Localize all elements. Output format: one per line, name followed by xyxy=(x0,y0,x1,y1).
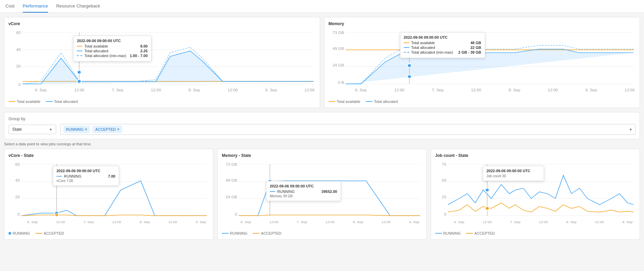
svg-text:0: 0 xyxy=(235,213,237,216)
jobcount-state-chart-card: Job count - State 75 50 25 0 6. Sep xyxy=(431,149,640,240)
svg-text:12:00: 12:00 xyxy=(548,88,558,92)
memory-chart-area[interactable]: 73 GB 49 GB 24 GB 0 B 6. Sep 12:00 7. Se… xyxy=(329,29,636,97)
svg-point-94 xyxy=(485,206,489,210)
svg-text:12:00: 12:00 xyxy=(326,220,335,224)
svg-point-38 xyxy=(407,48,412,52)
vcore-state-svg: 60 40 20 0 6. Sep 12:00 7. Sep 12:00 xyxy=(9,161,209,229)
svg-text:40: 40 xyxy=(15,178,20,182)
svg-text:6. Sep: 6. Sep xyxy=(35,88,47,92)
tag-accepted-close[interactable]: × xyxy=(117,127,119,132)
svg-text:6. Sep: 6. Sep xyxy=(27,220,38,224)
svg-text:12:00: 12:00 xyxy=(228,88,238,92)
svg-text:49 GB: 49 GB xyxy=(226,178,237,182)
vcore-chart-area[interactable]: 60 40 20 0 6. Sep 12:00 7. Sep 12:00 xyxy=(9,29,316,97)
vcore-state-chart-card: vCore - State 60 40 20 0 6. Sep xyxy=(4,149,213,240)
group-by-row: State ▼ RUNNING × ACCEPTED × ▼ xyxy=(9,124,635,135)
memory-state-legend: RUNNING ACCEPTED xyxy=(222,231,422,235)
svg-text:60: 60 xyxy=(16,31,20,35)
svg-text:6. Sep: 6. Sep xyxy=(355,88,366,92)
group-by-dropdown[interactable]: State ▼ xyxy=(9,125,56,134)
svg-text:12:00: 12:00 xyxy=(304,88,315,92)
memory-chart-card: Memory 73 GB 49 GB 24 GB 0 B 6. Sep xyxy=(324,17,640,108)
vcore-state-chart-area[interactable]: 60 40 20 0 6. Sep 12:00 7. Sep 12:00 xyxy=(9,161,209,229)
memory-legend-available: Total available xyxy=(329,100,361,104)
svg-text:7. Sep: 7. Sep xyxy=(297,220,307,224)
svg-text:8. Sep: 8. Sep xyxy=(139,220,150,224)
memory-state-legend-accepted: ACCEPTED xyxy=(253,231,281,235)
memory-chart-title: Memory xyxy=(329,21,636,26)
dropdown-arrow-icon: ▼ xyxy=(49,128,52,131)
tag-running-close[interactable]: × xyxy=(85,127,87,132)
vcore-state-chart-title: vCore - State xyxy=(9,153,209,158)
svg-point-41 xyxy=(407,75,411,78)
svg-point-19 xyxy=(77,70,81,74)
svg-text:7. Sep: 7. Sep xyxy=(83,220,94,224)
svg-text:73 GB: 73 GB xyxy=(332,31,344,35)
svg-text:6. Sep: 6. Sep xyxy=(241,220,251,224)
memory-state-chart-title: Memory - State xyxy=(222,153,422,158)
svg-point-40 xyxy=(407,64,411,68)
svg-text:24 GB: 24 GB xyxy=(226,195,237,199)
svg-text:9. Sep: 9. Sep xyxy=(265,88,277,92)
tag-accepted-label: ACCEPTED xyxy=(95,127,116,131)
tag-running: RUNNING × xyxy=(63,126,90,133)
memory-state-chart-card: Memory - State 73 GB 49 GB 24 GB 0 xyxy=(217,149,427,240)
memory-legend-allocated: Total allocated xyxy=(366,100,398,104)
vcore-state-legend-running: RUNNING xyxy=(9,231,30,235)
vcore-legend-available: Total available xyxy=(9,100,40,104)
memory-state-chart-area[interactable]: 73 GB 49 GB 24 GB 0 6. Sep 12:00 7. Sep … xyxy=(222,161,422,229)
svg-text:9. Sep: 9. Sep xyxy=(585,88,597,92)
svg-text:73 GB: 73 GB xyxy=(226,163,237,166)
tag-running-label: RUNNING xyxy=(66,127,83,131)
main-content: vCore 60 40 20 0 6. Sep 1 xyxy=(0,13,644,244)
vcore-chart-card: vCore 60 40 20 0 6. Sep 1 xyxy=(4,17,320,108)
jobcount-state-chart-title: Job count - State xyxy=(435,153,635,158)
svg-text:12:00: 12:00 xyxy=(269,220,279,224)
svg-point-59 xyxy=(55,214,58,217)
tags-input-area[interactable]: RUNNING × ACCEPTED × ▼ xyxy=(60,124,635,135)
group-by-card: Group by State ▼ RUNNING × ACCEPTED × ▼ xyxy=(4,112,640,139)
svg-text:9. Sep: 9. Sep xyxy=(409,220,419,224)
memory-state-svg: 73 GB 49 GB 24 GB 0 6. Sep 12:00 7. Sep … xyxy=(222,161,422,229)
svg-text:12:00: 12:00 xyxy=(74,88,84,92)
vcore-chart-title: vCore xyxy=(9,21,316,26)
svg-text:9. Sep: 9. Sep xyxy=(196,220,206,224)
tab-resource-chargeback[interactable]: Resource Chargeback xyxy=(56,0,100,13)
bottom-charts-row: vCore - State 60 40 20 0 6. Sep xyxy=(4,149,640,240)
svg-point-76 xyxy=(268,180,272,183)
memory-state-legend-running: RUNNING xyxy=(222,231,247,235)
svg-text:12:00: 12:00 xyxy=(471,88,481,92)
svg-text:20: 20 xyxy=(15,195,20,199)
svg-text:25: 25 xyxy=(442,195,446,199)
svg-text:49 GB: 49 GB xyxy=(332,47,344,50)
memory-svg: 73 GB 49 GB 24 GB 0 B 6. Sep 12:00 7. Se… xyxy=(329,29,636,97)
svg-text:7. Sep: 7. Sep xyxy=(432,88,443,92)
svg-text:6. Sep: 6. Sep xyxy=(454,220,464,224)
svg-point-18 xyxy=(77,79,81,83)
svg-text:20: 20 xyxy=(16,64,20,68)
svg-text:12:00: 12:00 xyxy=(539,220,548,224)
jobcount-state-legend: RUNNING ACCEPTED xyxy=(435,231,635,235)
svg-text:12:00: 12:00 xyxy=(56,220,65,224)
tab-cost[interactable]: Cost xyxy=(5,0,15,13)
jobcount-state-chart-area[interactable]: 75 50 25 0 6. Sep 12:00 7. Sep 12:00 xyxy=(435,161,635,229)
top-charts-row: vCore 60 40 20 0 6. Sep 1 xyxy=(4,17,640,108)
svg-text:0: 0 xyxy=(17,213,20,216)
top-navigation: Cost Performance Resource Chargeback xyxy=(0,0,644,13)
svg-text:8. Sep: 8. Sep xyxy=(353,220,363,224)
svg-text:50: 50 xyxy=(442,178,446,182)
svg-text:7. Sep: 7. Sep xyxy=(510,220,521,224)
svg-text:60: 60 xyxy=(15,163,20,166)
tab-performance[interactable]: Performance xyxy=(23,0,48,13)
svg-text:12:00: 12:00 xyxy=(595,220,604,224)
svg-text:0: 0 xyxy=(444,213,446,216)
jobcount-state-legend-running: RUNNING xyxy=(435,231,461,235)
svg-text:12:00: 12:00 xyxy=(382,220,391,224)
svg-text:7. Sep: 7. Sep xyxy=(112,88,123,92)
jobcount-state-svg: 75 50 25 0 6. Sep 12:00 7. Sep 12:00 xyxy=(435,161,635,229)
vcore-legend-allocated: Total allocated xyxy=(46,100,78,104)
vcore-state-legend-accepted: ACCEPTED xyxy=(35,231,64,235)
svg-text:12:00: 12:00 xyxy=(483,220,492,224)
svg-text:0: 0 xyxy=(18,83,21,86)
vcore-svg: 60 40 20 0 6. Sep 12:00 7. Sep 12:00 xyxy=(9,29,316,97)
